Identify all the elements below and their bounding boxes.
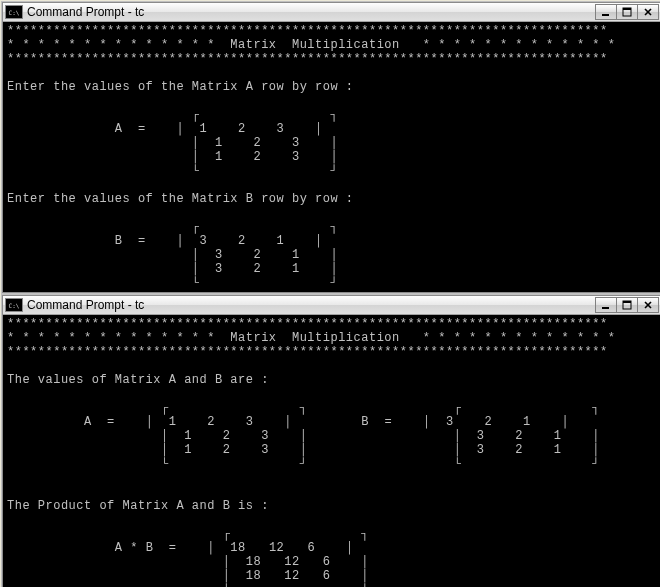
b-r0c2: 1 [277, 234, 285, 248]
a2-r0c2: 3 [246, 415, 254, 429]
titlebar-2[interactable]: C:\ Command Prompt - tc [3, 296, 660, 315]
close-icon [643, 300, 653, 310]
a-label-2: A = [84, 415, 115, 429]
minimize-button[interactable] [595, 297, 617, 313]
ab-r0c2: 6 [307, 541, 315, 555]
prompt-matrix-b: Enter the values of the Matrix B row by … [7, 192, 354, 206]
b2-r0c2: 1 [523, 415, 531, 429]
a-r2c1: 2 [253, 150, 261, 164]
b-r0c1: 2 [238, 234, 246, 248]
b2-r1c0: 3 [477, 429, 485, 443]
svg-rect-0 [602, 14, 609, 16]
a2-r1c2: 3 [261, 429, 269, 443]
a-r2c0: 1 [215, 150, 223, 164]
b2-r2c2: 1 [554, 443, 562, 457]
cmd-icon: C:\ [5, 298, 23, 312]
a-r2c2: 3 [292, 150, 300, 164]
maximize-button[interactable] [616, 4, 638, 20]
border-line: ****************************************… [7, 345, 608, 359]
a-r0c1: 2 [238, 122, 246, 136]
ab-r2c0: 18 [246, 569, 261, 583]
ab-r2c2: 6 [323, 569, 331, 583]
header-line: * * * * * * * * * * * * * * Matrix Multi… [7, 38, 615, 52]
ab-r1c1: 12 [284, 555, 299, 569]
b-r1c2: 1 [292, 248, 300, 262]
a-r0c2: 3 [277, 122, 285, 136]
svg-rect-7 [623, 301, 631, 303]
a-r1c1: 2 [253, 136, 261, 150]
maximize-icon [622, 300, 632, 310]
close-button[interactable] [637, 4, 659, 20]
maximize-icon [622, 7, 632, 17]
console-output-2: ****************************************… [3, 315, 660, 587]
minimize-button[interactable] [595, 4, 617, 20]
border-line: ****************************************… [7, 52, 608, 66]
svg-rect-2 [623, 8, 631, 10]
a2-r2c0: 1 [184, 443, 192, 457]
titlebar-1[interactable]: C:\ Command Prompt - tc [3, 3, 660, 22]
window-controls-1 [596, 4, 659, 20]
product-line: The Product of Matrix A and B is : [7, 499, 269, 513]
maximize-button[interactable] [616, 297, 638, 313]
a2-r1c1: 2 [223, 429, 231, 443]
b2-r0c1: 2 [485, 415, 493, 429]
window-title-2: Command Prompt - tc [27, 298, 144, 312]
a2-r2c2: 3 [261, 443, 269, 457]
window-2: C:\ Command Prompt - tc ****************… [2, 295, 660, 587]
header-line: * * * * * * * * * * * * * * Matrix Multi… [7, 331, 615, 345]
title-left-2: C:\ Command Prompt - tc [5, 298, 144, 312]
b2-r2c1: 2 [515, 443, 523, 457]
close-icon [643, 7, 653, 17]
a2-r0c0: 1 [169, 415, 177, 429]
ab-r1c2: 6 [323, 555, 331, 569]
b-r1c1: 2 [253, 248, 261, 262]
prompt-matrix-a: Enter the values of the Matrix A row by … [7, 80, 354, 94]
b-label-2: B = [361, 415, 392, 429]
b-r2c2: 1 [292, 262, 300, 276]
border-line: ****************************************… [7, 317, 608, 331]
b-r1c0: 3 [215, 248, 223, 262]
window-title-1: Command Prompt - tc [27, 5, 144, 19]
a2-r2c1: 2 [223, 443, 231, 457]
a-r0c0: 1 [200, 122, 208, 136]
ab-r0c1: 12 [269, 541, 284, 555]
b-label: B = [115, 234, 146, 248]
cmd-icon: C:\ [5, 5, 23, 19]
b2-r0c0: 3 [446, 415, 454, 429]
title-left-1: C:\ Command Prompt - tc [5, 5, 144, 19]
b-r2c1: 2 [253, 262, 261, 276]
a-r1c0: 1 [215, 136, 223, 150]
window-1: C:\ Command Prompt - tc ****************… [2, 2, 660, 293]
a2-r1c0: 1 [184, 429, 192, 443]
close-button[interactable] [637, 297, 659, 313]
b2-r2c0: 3 [477, 443, 485, 457]
minimize-icon [601, 7, 611, 17]
b-r0c0: 3 [200, 234, 208, 248]
ab-label: A * B = [115, 541, 177, 555]
console-output-1: ****************************************… [3, 22, 660, 292]
b-r2c0: 3 [215, 262, 223, 276]
minimize-icon [601, 300, 611, 310]
a-r1c2: 3 [292, 136, 300, 150]
b2-r1c2: 1 [554, 429, 562, 443]
window-controls-2 [596, 297, 659, 313]
ab-r1c0: 18 [246, 555, 261, 569]
a2-r0c1: 2 [207, 415, 215, 429]
a-label: A = [115, 122, 146, 136]
values-line: The values of Matrix A and B are : [7, 373, 269, 387]
border-line: ****************************************… [7, 24, 608, 38]
b2-r1c1: 2 [515, 429, 523, 443]
ab-r0c0: 18 [230, 541, 245, 555]
ab-r2c1: 12 [284, 569, 299, 583]
svg-rect-5 [602, 307, 609, 309]
